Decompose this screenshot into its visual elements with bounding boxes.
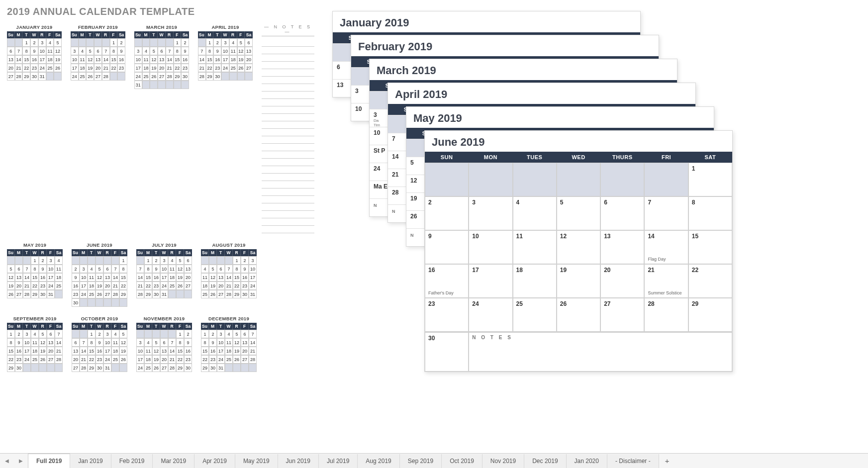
mini-day-cell: 1: [201, 330, 209, 338]
notes-line[interactable]: [262, 84, 314, 92]
mini-day-cell: 2: [72, 265, 80, 273]
notes-line[interactable]: [262, 129, 314, 136]
calendar-day-cell[interactable]: 4: [513, 196, 557, 230]
notes-line[interactable]: [262, 136, 314, 144]
notes-line[interactable]: [262, 92, 314, 99]
mini-day-cell: 2: [15, 330, 23, 338]
mini-day-cell: 19: [150, 64, 158, 72]
tab-nav-prev-icon[interactable]: ◀: [0, 458, 14, 464]
mini-day-cell: 11: [225, 338, 233, 347]
mini-day-cell: 14: [55, 338, 63, 347]
calendar-day-cell[interactable]: 23: [425, 298, 469, 332]
sheet-tab[interactable]: Jan 2020: [567, 454, 607, 468]
mini-day-cell: 19: [96, 281, 103, 290]
sheet-tab[interactable]: Aug 2019: [358, 454, 399, 468]
mini-day-cell: 3: [80, 265, 88, 273]
calendar-day-cell[interactable]: 10: [469, 230, 512, 264]
sheet-tab[interactable]: Full 2019: [28, 454, 70, 468]
calendar-day-cell[interactable]: 19: [557, 264, 600, 298]
notes-line[interactable]: [262, 203, 314, 211]
notes-line[interactable]: [262, 62, 314, 69]
notes-line[interactable]: [262, 121, 314, 129]
notes-line[interactable]: [262, 151, 314, 159]
calendar-day-cell[interactable]: 18: [513, 264, 557, 298]
notes-line[interactable]: [262, 144, 314, 151]
calendar-day-cell[interactable]: 24: [469, 298, 512, 332]
calendar-day-cell[interactable]: 13: [600, 230, 644, 264]
calendar-day-cell[interactable]: [557, 163, 600, 196]
sheet-tab[interactable]: Nov 2019: [482, 454, 524, 468]
notes-line[interactable]: [262, 69, 314, 77]
calendar-day-cell[interactable]: 29: [688, 298, 732, 332]
notes-line[interactable]: [262, 77, 314, 84]
mini-day-cell: [166, 38, 174, 47]
mini-day-cell: 2: [209, 330, 217, 338]
calendar-day-cell[interactable]: 28: [644, 298, 688, 332]
calendar-day-cell[interactable]: [644, 163, 688, 196]
sheet-tab[interactable]: Apr 2019: [194, 454, 235, 468]
sheet-tab[interactable]: Jun 2019: [278, 454, 319, 468]
calendar-day-cell[interactable]: 17: [469, 264, 512, 298]
calendar-day-cell[interactable]: 3: [469, 196, 512, 230]
notes-line[interactable]: [262, 39, 314, 47]
calendar-day-cell[interactable]: 8: [688, 196, 732, 230]
sheet-tab[interactable]: Mar 2019: [153, 454, 194, 468]
notes-line[interactable]: [262, 106, 314, 114]
notes-line[interactable]: [262, 47, 314, 54]
notes-line[interactable]: [262, 99, 314, 106]
calendar-day-cell[interactable]: 22: [688, 264, 732, 298]
calendar-day-cell[interactable]: 11: [513, 230, 557, 264]
calendar-day-cell[interactable]: 27: [600, 298, 644, 332]
sheet-tab[interactable]: Sep 2019: [400, 454, 442, 468]
calendar-day-cell[interactable]: 25: [513, 298, 557, 332]
sheet-tab[interactable]: Jan 2019: [70, 454, 111, 468]
notes-line[interactable]: [262, 196, 314, 203]
add-sheet-button[interactable]: +: [659, 455, 675, 467]
notes-line[interactable]: [262, 181, 314, 188]
calendar-day-cell[interactable]: [600, 163, 644, 196]
mini-day-cell: 26: [119, 355, 127, 364]
mini-day-cell: 1: [206, 38, 214, 47]
sheet-tab[interactable]: Feb 2019: [111, 454, 153, 468]
notes-line[interactable]: [262, 218, 314, 226]
mini-day-cell: 2: [213, 38, 221, 47]
calendar-day-cell[interactable]: 1: [688, 163, 732, 196]
sheet-tab[interactable]: - Disclaimer -: [607, 454, 659, 468]
notes-line[interactable]: [262, 174, 314, 181]
sheet-tab[interactable]: Oct 2019: [442, 454, 482, 468]
notes-line[interactable]: [262, 226, 314, 233]
calendar-day-cell[interactable]: 9: [425, 230, 469, 264]
calendar-day-cell[interactable]: 2: [425, 196, 469, 230]
mini-day-cell: 9: [209, 338, 217, 347]
notes-line[interactable]: [262, 54, 314, 62]
calendar-day-cell[interactable]: [469, 163, 512, 196]
mini-day-cell: 1: [119, 256, 127, 265]
calendar-day-cell[interactable]: 14Flag Day: [644, 230, 688, 264]
calendar-day-cell[interactable]: 6: [600, 196, 644, 230]
notes-line[interactable]: [262, 114, 314, 121]
sheet-tab[interactable]: Jul 2019: [319, 454, 358, 468]
calendar-day-cell[interactable]: 5: [557, 196, 600, 230]
notes-line[interactable]: [262, 159, 314, 166]
calendar-day-cell[interactable]: 15: [688, 230, 732, 264]
calendar-day-cell[interactable]: 7: [644, 196, 688, 230]
calendar-day-cell[interactable]: [513, 163, 557, 196]
sheet-tab[interactable]: May 2019: [235, 454, 278, 468]
calendar-day-cell[interactable]: 16Father's Day: [425, 264, 469, 298]
sheet-tab[interactable]: Dec 2019: [524, 454, 566, 468]
notes-line[interactable]: [262, 211, 314, 218]
calendar-day-cell[interactable]: 20: [600, 264, 644, 298]
mini-day-cell: 17: [38, 55, 46, 64]
calendar-day-cell[interactable]: 30: [425, 332, 469, 372]
calendar-day-cell[interactable]: [425, 163, 469, 196]
mini-day-cell: 10: [71, 55, 79, 64]
calendar-day-cell[interactable]: 12: [557, 230, 600, 264]
calendar-day-cell[interactable]: 26: [557, 298, 600, 332]
notes-line[interactable]: [262, 188, 314, 196]
calendar-day-cell[interactable]: 21Summer Solstice: [644, 264, 688, 298]
mini-day-cell: 23: [30, 64, 38, 72]
tab-nav-next-icon[interactable]: ▶: [14, 458, 28, 464]
month-notes-area[interactable]: N O T E S: [469, 332, 732, 372]
mini-day-cell: 5: [152, 338, 160, 347]
notes-line[interactable]: [262, 166, 314, 174]
